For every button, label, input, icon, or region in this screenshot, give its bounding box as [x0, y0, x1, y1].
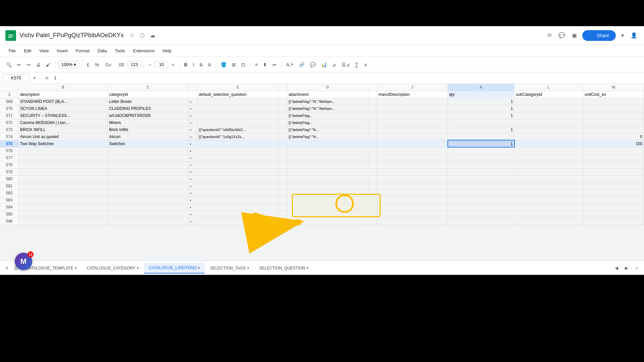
- row-575-dd[interactable]: ▾: [189, 140, 198, 147]
- sheet-tab-catalogue-category[interactable]: CATALOGUE_CATEGORY ▾: [82, 263, 144, 274]
- sheet-tab-selection-question[interactable]: SELECTION_QUESTION ▾: [254, 263, 314, 274]
- col-header-f[interactable]: [278, 84, 287, 91]
- redo-icon[interactable]: ↪: [24, 61, 33, 69]
- insert-comment-icon[interactable]: 💬: [308, 61, 318, 69]
- row-570-dd[interactable]: ▾: [189, 105, 198, 112]
- row-575-qty[interactable]: 1: [448, 140, 515, 147]
- row-575-question[interactable]: [197, 140, 278, 147]
- col-header-l[interactable]: L: [515, 84, 583, 91]
- row-575-subcategory[interactable]: [515, 140, 583, 147]
- cell-ref-dropdown[interactable]: ▾: [34, 76, 36, 80]
- functions-icon[interactable]: ∑: [353, 61, 361, 69]
- text-wrap-icon[interactable]: ⇌: [270, 61, 278, 69]
- sheet-tab-selection-tags[interactable]: SELECTION_TAGS ▾: [205, 263, 254, 274]
- menu-edit[interactable]: Edit: [20, 47, 35, 55]
- sheet-tab-catalogue-lineitems[interactable]: CATALOGUE_LINEITEMS ▾: [144, 263, 205, 274]
- menu-format[interactable]: Format: [72, 47, 93, 55]
- decrease-decimal-icon[interactable]: .0↙: [102, 61, 114, 69]
- zoom-selector[interactable]: 100% ▾: [58, 61, 79, 68]
- cloud-icon[interactable]: ☁: [149, 31, 157, 40]
- row-569-qty: 1: [448, 98, 515, 105]
- row-571-dd[interactable]: ▾: [189, 112, 198, 119]
- row-569-dd[interactable]: ▾: [189, 98, 198, 105]
- borders-icon[interactable]: ⊞: [230, 61, 238, 69]
- print-icon[interactable]: 🖨: [34, 61, 43, 69]
- row-573-dd[interactable]: ▾: [189, 126, 198, 133]
- row-572-dd[interactable]: ▾: [189, 119, 198, 126]
- col-header-h[interactable]: [368, 84, 377, 91]
- tab-dropdown-catalogue-category[interactable]: ▾: [137, 266, 139, 270]
- row-575-manuf[interactable]: [377, 140, 448, 147]
- tab-dropdown-catalogue-lineitems[interactable]: ▾: [198, 266, 200, 270]
- menu-data[interactable]: Data: [94, 47, 110, 55]
- search-icon[interactable]: 🔍: [4, 61, 14, 69]
- table-row: 570 SCYON LINEA CLADDING PROFILES ▾ [{"d…: [0, 105, 644, 112]
- present-icon[interactable]: ▣: [571, 31, 578, 40]
- comment-icon[interactable]: 💬: [557, 31, 567, 40]
- user-avatar[interactable]: 👤: [629, 31, 639, 40]
- paint-format-icon[interactable]: 🖌: [44, 61, 53, 69]
- drive-icon[interactable]: ⬡: [139, 31, 146, 40]
- merge-cells-icon[interactable]: ⊡: [239, 61, 247, 69]
- row-575-unitcost[interactable]: 100: [583, 140, 644, 147]
- percent-icon[interactable]: %: [93, 61, 101, 69]
- tab-expand-btn[interactable]: ⤢: [632, 264, 641, 272]
- col-header-k[interactable]: K: [448, 84, 515, 91]
- tab-dropdown-selection-tags[interactable]: ▾: [247, 266, 249, 270]
- filter-views-icon[interactable]: ☰⊿: [339, 61, 352, 69]
- cell-reference-box[interactable]: K575: [3, 74, 30, 81]
- col-header-e[interactable]: E: [197, 84, 278, 91]
- menu-tools[interactable]: Tools: [111, 47, 128, 55]
- spreadsheet-grid: B C E G J K L M 1 description: [0, 84, 644, 225]
- col-header-j[interactable]: J: [377, 84, 448, 91]
- col-label-attachment: attachment: [287, 91, 368, 98]
- row-575-attachment[interactable]: [287, 140, 368, 147]
- add-sheet-button[interactable]: +: [3, 264, 11, 273]
- font-color-icon[interactable]: A: [206, 61, 213, 69]
- tab-dropdown-selection-question[interactable]: ▾: [307, 266, 309, 270]
- row-575-category[interactable]: Switches: [108, 140, 189, 147]
- col-header-c[interactable]: C: [108, 84, 189, 91]
- tab-nav-next[interactable]: ▶: [622, 264, 631, 272]
- row-575-description[interactable]: Two Way Switches: [18, 140, 107, 147]
- link-icon[interactable]: 🔗: [297, 61, 307, 69]
- fill-color-icon[interactable]: 🪣: [219, 61, 228, 69]
- collapse-toolbar-icon[interactable]: ∧: [362, 61, 369, 69]
- history-icon[interactable]: ⟳: [546, 31, 553, 40]
- currency-icon[interactable]: £: [85, 61, 92, 69]
- increase-decimal-icon[interactable]: .00: [116, 61, 126, 69]
- col-header-d[interactable]: [189, 84, 198, 91]
- col-header-b[interactable]: B: [18, 84, 107, 91]
- tab-dropdown-catalogue-template[interactable]: ▾: [75, 266, 77, 270]
- increase-font-size-icon[interactable]: +: [169, 61, 176, 69]
- row-576-dd[interactable]: ▾: [189, 147, 198, 154]
- bold-icon[interactable]: B: [182, 61, 190, 69]
- valign-icon[interactable]: ⬍: [261, 61, 269, 69]
- menu-help[interactable]: Help: [159, 47, 175, 55]
- tab-nav-prev[interactable]: ◀: [612, 264, 621, 272]
- insert-chart-icon[interactable]: 📊: [319, 61, 329, 69]
- format-type-selector[interactable]: 123: [127, 61, 141, 68]
- row-574-dd[interactable]: ▾: [189, 133, 198, 140]
- col-header-g[interactable]: G: [287, 84, 368, 91]
- strikethrough-icon[interactable]: S̶: [198, 61, 205, 69]
- undo-icon[interactable]: ↩: [15, 61, 23, 69]
- row-575-f: [278, 140, 287, 147]
- share-button[interactable]: 👤 CATALOGUE_TEMPLATE Share: [582, 30, 616, 41]
- menu-extensions[interactable]: Extensions: [130, 47, 158, 55]
- menu-view[interactable]: View: [36, 47, 52, 55]
- col-header-m[interactable]: M: [583, 84, 644, 91]
- dropdown-share-arrow[interactable]: ▾: [620, 31, 625, 40]
- bottom-app-icon[interactable]: M 13: [15, 253, 32, 270]
- scroll-container[interactable]: B C E G J K L M 1 description: [0, 84, 644, 287]
- text-rotation-icon[interactable]: A↗: [284, 61, 295, 69]
- formula-input[interactable]: [53, 75, 641, 81]
- menu-file[interactable]: File: [5, 47, 19, 55]
- decrease-font-size-icon[interactable]: −: [147, 61, 153, 69]
- font-size-input[interactable]: 10: [155, 61, 168, 68]
- align-icon[interactable]: ≡: [253, 61, 260, 69]
- italic-icon[interactable]: I: [191, 61, 196, 69]
- filter-icon[interactable]: ⊿: [330, 61, 338, 69]
- menu-insert[interactable]: Insert: [53, 47, 71, 55]
- star-icon[interactable]: ☆: [128, 31, 136, 40]
